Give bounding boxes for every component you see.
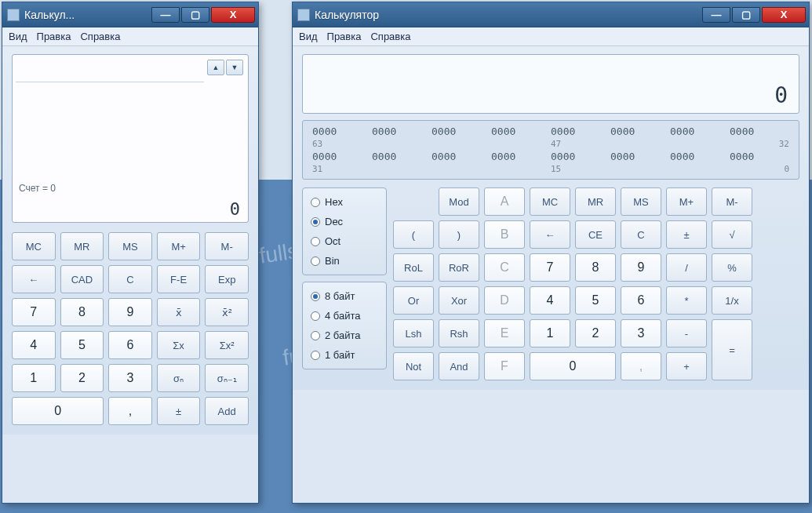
digit-9-button[interactable]: 9 bbox=[621, 253, 661, 282]
menu-help[interactable]: Справка bbox=[370, 31, 410, 42]
maximize-button[interactable]: ▢ bbox=[732, 7, 760, 23]
hex-a-button[interactable]: A bbox=[484, 187, 525, 216]
scroll-up-button[interactable]: ▲ bbox=[207, 60, 224, 75]
ms-button[interactable]: MS bbox=[621, 187, 661, 216]
ce-button[interactable]: CE bbox=[575, 220, 616, 249]
maximize-button[interactable]: ▢ bbox=[181, 7, 209, 23]
radix-dec[interactable]: Dec bbox=[311, 216, 378, 227]
mc-button[interactable]: MC bbox=[12, 232, 56, 260]
sigma-n-button[interactable]: σₙ bbox=[157, 364, 201, 392]
exp-button[interactable]: Exp bbox=[205, 265, 249, 293]
sum-x2-button[interactable]: Σx² bbox=[205, 331, 249, 359]
plusminus-button[interactable]: ± bbox=[157, 397, 201, 425]
digit-4-button[interactable]: 4 bbox=[530, 286, 570, 315]
c-button[interactable]: C bbox=[108, 265, 152, 293]
minus-button[interactable]: - bbox=[666, 319, 707, 347]
mplus-button[interactable]: M+ bbox=[666, 187, 707, 216]
equals-button[interactable]: = bbox=[712, 319, 752, 380]
ror-button[interactable]: RoR bbox=[439, 253, 479, 282]
reciprocal-button[interactable]: 1/x bbox=[712, 286, 752, 315]
close-button[interactable]: X bbox=[211, 7, 255, 23]
add-button[interactable]: Add bbox=[205, 397, 249, 425]
digit-4-button[interactable]: 4 bbox=[12, 331, 56, 359]
backspace-button[interactable]: ← bbox=[12, 265, 56, 293]
digit-8-button[interactable]: 8 bbox=[60, 298, 104, 326]
hex-d-button[interactable]: D bbox=[484, 286, 525, 315]
scroll-down-button[interactable]: ▼ bbox=[226, 60, 243, 75]
digit-8-button[interactable]: 8 bbox=[575, 253, 616, 282]
digit-3-button[interactable]: 3 bbox=[108, 364, 152, 392]
menu-edit[interactable]: Правка bbox=[37, 31, 71, 42]
mod-button[interactable]: Mod bbox=[439, 187, 479, 216]
mr-button[interactable]: MR bbox=[575, 187, 616, 216]
radix-hex[interactable]: Hex bbox=[311, 196, 378, 208]
digit-7-button[interactable]: 7 bbox=[12, 298, 56, 326]
menu-view[interactable]: Вид bbox=[9, 31, 27, 42]
sqrt-button[interactable]: √ bbox=[712, 220, 752, 249]
radix-bin[interactable]: Bin bbox=[311, 255, 378, 267]
and-button[interactable]: And bbox=[439, 352, 479, 380]
lparen-button[interactable]: ( bbox=[393, 220, 434, 249]
hex-b-button[interactable]: B bbox=[484, 220, 525, 249]
width-1byte[interactable]: 1 байт bbox=[311, 349, 378, 361]
digit-5-button[interactable]: 5 bbox=[60, 331, 104, 359]
digit-2-button[interactable]: 2 bbox=[575, 319, 616, 347]
hex-c-button[interactable]: C bbox=[484, 253, 525, 282]
digit-7-button[interactable]: 7 bbox=[530, 253, 570, 282]
digit-0-button[interactable]: 0 bbox=[12, 397, 104, 425]
mminus-button[interactable]: M- bbox=[712, 187, 752, 216]
digit-1-button[interactable]: 1 bbox=[12, 364, 56, 392]
xor-button[interactable]: Xor bbox=[439, 286, 479, 315]
rparen-button[interactable]: ) bbox=[439, 220, 479, 249]
plusminus-button[interactable]: ± bbox=[666, 220, 707, 249]
not-button[interactable]: Not bbox=[393, 352, 434, 380]
lsh-button[interactable]: Lsh bbox=[393, 319, 434, 347]
mplus-button[interactable]: M+ bbox=[157, 232, 201, 260]
menu-help[interactable]: Справка bbox=[80, 31, 120, 42]
width-8byte[interactable]: 8 байт bbox=[311, 290, 378, 302]
menu-edit[interactable]: Правка bbox=[327, 31, 362, 42]
backspace-button[interactable]: ← bbox=[530, 220, 570, 249]
digit-0-button[interactable]: 0 bbox=[530, 352, 616, 380]
radix-oct[interactable]: Oct bbox=[311, 235, 378, 247]
c-button[interactable]: C bbox=[621, 220, 661, 249]
digit-3-button[interactable]: 3 bbox=[621, 319, 661, 347]
titlebar[interactable]: Калькулятор — ▢ X bbox=[293, 2, 809, 27]
divide-button[interactable]: / bbox=[666, 253, 707, 282]
digit-2-button[interactable]: 2 bbox=[60, 364, 104, 392]
minimize-button[interactable]: — bbox=[702, 7, 730, 23]
sigma-n1-button[interactable]: σₙ₋₁ bbox=[205, 364, 249, 392]
mean-sq-button[interactable]: x̄² bbox=[205, 298, 249, 326]
digit-6-button[interactable]: 6 bbox=[621, 286, 661, 315]
width-2byte[interactable]: 2 байта bbox=[311, 329, 378, 341]
decimal-button[interactable]: , bbox=[108, 397, 152, 425]
width-4byte[interactable]: 4 байта bbox=[311, 310, 378, 322]
mean-button[interactable]: x̄ bbox=[157, 298, 201, 326]
digit-1-button[interactable]: 1 bbox=[530, 319, 570, 347]
mr-button[interactable]: MR bbox=[60, 232, 104, 260]
plus-button[interactable]: + bbox=[666, 352, 707, 380]
statistics-panel: ▲ ▼ Счет = 0 0 bbox=[12, 54, 249, 223]
mminus-button[interactable]: M- bbox=[205, 232, 249, 260]
close-button[interactable]: X bbox=[762, 7, 806, 23]
or-button[interactable]: Or bbox=[393, 286, 434, 315]
digit-9-button[interactable]: 9 bbox=[108, 298, 152, 326]
rsh-button[interactable]: Rsh bbox=[439, 319, 479, 347]
mc-button[interactable]: MC bbox=[530, 187, 570, 216]
percent-button[interactable]: % bbox=[712, 253, 752, 282]
multiply-button[interactable]: * bbox=[666, 286, 707, 315]
rol-button[interactable]: RoL bbox=[393, 253, 434, 282]
minimize-button[interactable]: — bbox=[151, 7, 180, 23]
hex-f-button[interactable]: F bbox=[484, 352, 525, 380]
cad-button[interactable]: CAD bbox=[60, 265, 104, 293]
calculator-icon bbox=[7, 9, 20, 21]
decimal-button[interactable]: , bbox=[621, 352, 661, 380]
ms-button[interactable]: MS bbox=[108, 232, 152, 260]
digit-6-button[interactable]: 6 bbox=[108, 331, 152, 359]
titlebar[interactable]: Калькул... — ▢ X bbox=[2, 2, 258, 27]
sum-x-button[interactable]: Σx bbox=[157, 331, 201, 359]
hex-e-button[interactable]: E bbox=[484, 319, 525, 347]
menu-view[interactable]: Вид bbox=[299, 31, 318, 42]
fe-button[interactable]: F-E bbox=[157, 265, 201, 293]
digit-5-button[interactable]: 5 bbox=[575, 286, 616, 315]
